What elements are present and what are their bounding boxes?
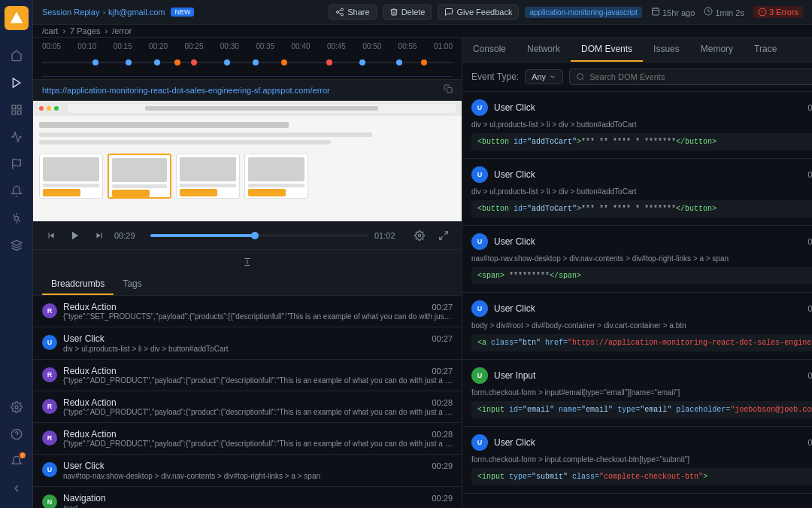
- list-item[interactable]: R Redux Action 00:27 {"type":"ADD_PRODUC…: [33, 360, 462, 391]
- event-header: Navigation 00:29: [63, 493, 453, 503]
- sidebar-icon-chart[interactable]: [5, 125, 29, 149]
- sidebar-icon-alert[interactable]: [5, 179, 29, 203]
- timeline[interactable]: 00:05 00:10 00:15 00:20 00:25 00:30 00:3…: [33, 38, 462, 80]
- dom-event-code-1: <button id="addToCart">*** ** **** * ***…: [471, 133, 812, 151]
- search-icon: [576, 72, 585, 81]
- sidebar-icon-settings[interactable]: [5, 395, 29, 419]
- svg-rect-2: [12, 105, 16, 109]
- tl-label-7: 00:40: [292, 42, 311, 50]
- search-box[interactable]: [569, 68, 812, 85]
- tl-label-4: 00:25: [184, 42, 203, 50]
- dom-event-code-3: <span> *********</span>: [471, 267, 812, 284]
- timeline-dot-1: [92, 59, 98, 65]
- dom-event-item[interactable]: U User Click 00:27 div > ul.products-lis…: [462, 92, 812, 159]
- sidebar-icon-layers[interactable]: [5, 233, 29, 257]
- event-path: /cart: [63, 504, 453, 508]
- delete-button[interactable]: Delete: [383, 5, 432, 20]
- dom-event-avatar-2: U: [471, 166, 488, 183]
- progress-bar[interactable]: [150, 234, 368, 237]
- dom-event-item[interactable]: U User Click 00:49 nav#top-nav.show-desk…: [462, 226, 812, 293]
- svg-point-7: [14, 216, 18, 220]
- list-item[interactable]: U User Click 00:27 div > ul.products-lis…: [33, 327, 462, 360]
- list-item[interactable]: N Navigation 00:29 /cart: [33, 487, 462, 508]
- timeline-dot-2: [126, 59, 132, 65]
- dom-event-item[interactable]: U User Click 00:47 div > ul.products-lis…: [462, 159, 812, 226]
- svg-marker-30: [72, 232, 78, 240]
- sub-bc-cart[interactable]: /cart: [42, 26, 58, 35]
- card-image-3: [180, 157, 236, 181]
- event-payload: {"type":"SET_PRODUCTS","payload":{"produ…: [63, 312, 453, 321]
- sidebar-icon-notifications[interactable]: 7: [5, 449, 29, 473]
- list-item[interactable]: R Redux Action 00:27 {"type":"SET_PRODUC…: [33, 296, 462, 327]
- tab-console[interactable]: Console: [462, 38, 517, 62]
- event-list: R Redux Action 00:27 {"type":"SET_PRODUC…: [33, 296, 462, 508]
- play-button[interactable]: [66, 227, 84, 245]
- sidebar-icon-help[interactable]: [5, 422, 29, 446]
- copy-icon[interactable]: [444, 84, 453, 96]
- product-card-2: [108, 154, 171, 199]
- sidebar-icon-home[interactable]: [5, 44, 29, 68]
- svg-marker-12: [11, 240, 21, 245]
- left-panel: 00:05 00:10 00:15 00:20 00:25 00:30 00:3…: [33, 38, 462, 508]
- sidebar-icon-replay[interactable]: [5, 71, 29, 95]
- breadcrumb: Session Replay › kjh@gmail.com NEW: [42, 8, 194, 17]
- dom-event-header-2: U User Click 00:47: [471, 166, 812, 183]
- breadcrumb-session-replay[interactable]: Session Replay: [42, 8, 99, 17]
- skip-forward-button[interactable]: [90, 227, 108, 245]
- sidebar-icon-flag[interactable]: [5, 152, 29, 176]
- list-item[interactable]: R Redux Action 00:28 {"type":"ADD_PRODUC…: [33, 391, 462, 423]
- dom-event-item[interactable]: U User Input 00:54 form.checkout-form > …: [462, 360, 812, 427]
- dom-event-item[interactable]: U User Click 00:56 form.checkout-form > …: [462, 427, 812, 494]
- feedback-button[interactable]: Give Feedback: [438, 5, 519, 20]
- bc-tab-breadcrumbs[interactable]: Breadcrumbs: [42, 274, 114, 295]
- dom-event-time-1: 00:27: [807, 103, 812, 112]
- nav-dot-red: [39, 106, 44, 111]
- sidebar-icon-collapse[interactable]: [5, 476, 29, 500]
- dom-event-item[interactable]: U User Click 00:51 body > div#root > div…: [462, 293, 812, 360]
- event-payload: {"type":"ADD_PRODUCT","payload":{"produc…: [63, 376, 453, 385]
- bc-tab-tags[interactable]: Tags: [114, 274, 150, 295]
- event-header: Redux Action 00:28: [63, 429, 453, 440]
- event-header: Redux Action 00:28: [63, 397, 453, 408]
- settings-button[interactable]: [411, 227, 429, 245]
- sidebar-icon-bug[interactable]: [5, 206, 29, 230]
- svg-rect-4: [12, 111, 16, 114]
- fullscreen-button[interactable]: [435, 227, 453, 245]
- sidebar-icon-grid[interactable]: [5, 98, 29, 122]
- svg-point-17: [337, 11, 339, 14]
- feedback-label: Give Feedback: [456, 8, 512, 17]
- bc-tabs: Breadcrumbs Tags: [33, 274, 462, 296]
- timeline-dot-6: [224, 59, 230, 65]
- event-avatar-redux: R: [42, 367, 57, 382]
- tab-memory[interactable]: Memory: [690, 38, 744, 62]
- logo[interactable]: [5, 6, 29, 30]
- event-body: Navigation 00:29 /cart: [63, 493, 453, 508]
- tl-label-10: 00:55: [398, 42, 417, 50]
- svg-rect-5: [17, 111, 21, 114]
- breadcrumb-user-email[interactable]: kjh@gmail.com: [108, 8, 165, 17]
- svg-line-10: [13, 214, 14, 216]
- event-avatar-redux: R: [42, 430, 57, 446]
- card-title-3: [180, 184, 236, 187]
- card-image-2: [112, 158, 167, 182]
- list-item[interactable]: R Redux Action 00:28 {"type":"ADD_PRODUC…: [33, 423, 462, 455]
- skip-back-button[interactable]: [42, 227, 60, 245]
- tab-network[interactable]: Network: [517, 38, 571, 62]
- tab-issues[interactable]: Issues: [643, 38, 690, 62]
- tl-label-3: 00:20: [149, 42, 168, 50]
- svg-point-16: [341, 8, 344, 11]
- tl-label-1: 00:10: [77, 42, 96, 50]
- expand-button[interactable]: [238, 253, 256, 271]
- svg-line-33: [440, 236, 443, 239]
- filter-select[interactable]: Any: [525, 69, 563, 84]
- tab-dom-events[interactable]: DOM Events: [571, 38, 643, 62]
- share-button[interactable]: Share: [329, 5, 376, 20]
- svg-line-36: [582, 78, 583, 80]
- tab-trace[interactable]: Trace: [744, 38, 787, 62]
- search-input[interactable]: [589, 72, 812, 81]
- dom-event-avatar-5: U: [471, 367, 488, 384]
- chevron-down-icon: [549, 73, 556, 81]
- svg-point-13: [15, 406, 18, 409]
- event-type: User Click: [63, 461, 105, 471]
- list-item[interactable]: U User Click 00:29 nav#top-nav.show-desk…: [33, 455, 462, 487]
